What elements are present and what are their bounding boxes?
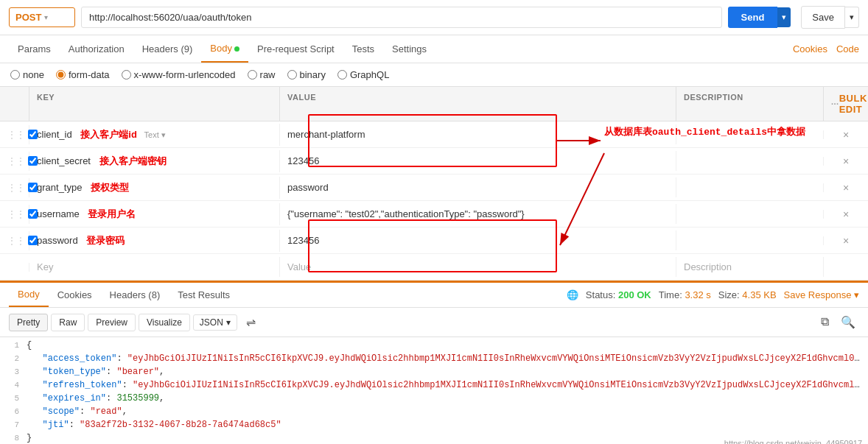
send-dropdown-button[interactable]: ▾ bbox=[777, 7, 791, 27]
format-chevron-icon: ▾ bbox=[226, 317, 231, 328]
type-badge-row1[interactable]: Text ▾ bbox=[144, 130, 166, 139]
response-section: Body Cookies Headers (8) Test Results 🌐 … bbox=[0, 281, 868, 444]
code-link[interactable]: Code bbox=[836, 43, 859, 54]
row1-delete[interactable]: × bbox=[824, 124, 868, 145]
send-button[interactable]: Send bbox=[728, 7, 778, 28]
url-input[interactable] bbox=[81, 7, 722, 28]
params-table-area: KEY VALUE DESCRIPTION ··· Bulk Edit ⋮⋮ c… bbox=[0, 87, 868, 281]
delete-icon-row2[interactable]: × bbox=[843, 155, 849, 167]
body-type-row: none form-data x-www-form-urlencoded raw… bbox=[0, 63, 868, 87]
row1-key: client_id 接入客户端id Text ▾ bbox=[29, 124, 280, 146]
save-response-button[interactable]: Save Response ▾ bbox=[784, 289, 859, 300]
size-badge: Size: 4.35 KB bbox=[718, 289, 777, 300]
url-bar: POST ▾ Send ▾ Save ▾ bbox=[0, 0, 868, 35]
row5-delete[interactable]: × bbox=[824, 230, 868, 251]
new-row-value[interactable]: Value bbox=[280, 257, 676, 277]
row5-check[interactable]: ⋮⋮ bbox=[0, 231, 29, 250]
tab-settings[interactable]: Settings bbox=[383, 36, 435, 62]
save-btn-group: Save ▾ bbox=[801, 6, 859, 29]
watermark: https://blog.csdn.net/weixin_44950917 bbox=[724, 439, 862, 444]
status-badge: Status: 200 OK bbox=[586, 289, 651, 300]
pretty-btn[interactable]: Pretty bbox=[9, 314, 48, 331]
more-icon[interactable]: ··· bbox=[831, 99, 839, 108]
time-value: 3.32 s bbox=[685, 289, 710, 300]
radio-graphql[interactable]: GraphQL bbox=[337, 69, 389, 80]
row4-key: username 登录用户名 bbox=[29, 203, 280, 225]
resp-tab-cookies[interactable]: Cookies bbox=[49, 283, 101, 306]
row4-check[interactable]: ⋮⋮ bbox=[0, 205, 29, 224]
resp-tab-headers[interactable]: Headers (8) bbox=[101, 283, 169, 306]
save-dropdown-button[interactable]: ▾ bbox=[845, 7, 859, 28]
key-hint-username: 登录用户名 bbox=[88, 208, 136, 219]
bulk-edit-button[interactable]: Bulk Edit bbox=[839, 93, 867, 115]
row2-value: 123456 bbox=[280, 151, 676, 171]
delete-icon-row1[interactable]: × bbox=[843, 129, 849, 141]
preview-btn[interactable]: Preview bbox=[88, 314, 136, 331]
drag-icon: ⋮⋮ bbox=[7, 156, 25, 166]
key-grant-type: grant_type bbox=[37, 182, 82, 193]
row5-key: password 登录密码 bbox=[29, 230, 280, 252]
row5-value: 123456 bbox=[280, 230, 676, 250]
radio-none[interactable]: none bbox=[10, 69, 44, 80]
request-tab-nav: Params Authorization Headers (9) Body Pr… bbox=[0, 35, 868, 63]
format-label: JSON bbox=[200, 317, 223, 328]
method-dropdown[interactable]: POST ▾ bbox=[9, 7, 75, 27]
code-line-6: 6 "scope": "read", bbox=[0, 406, 868, 420]
th-key: KEY bbox=[29, 87, 280, 121]
tab-body[interactable]: Body bbox=[201, 35, 248, 63]
format-dropdown[interactable]: JSON ▾ bbox=[193, 314, 237, 331]
method-chevron-icon: ▾ bbox=[44, 13, 48, 21]
row2-key: client_secret 接入客户端密钥 bbox=[29, 150, 280, 172]
response-tab-nav: Body Cookies Headers (8) Test Results 🌐 … bbox=[0, 281, 868, 308]
key-client-secret: client_secret bbox=[37, 155, 91, 166]
radio-raw[interactable]: raw bbox=[248, 69, 276, 80]
key-hint-client-secret: 接入客户端密钥 bbox=[99, 155, 167, 166]
new-row-description[interactable]: Description bbox=[676, 257, 824, 277]
table-row: ⋮⋮ username 登录用户名 {"username": "test02",… bbox=[0, 201, 868, 228]
tab-authorization[interactable]: Authorization bbox=[60, 36, 133, 62]
tab-tests[interactable]: Tests bbox=[343, 36, 383, 62]
row2-check[interactable]: ⋮⋮ bbox=[0, 152, 29, 171]
delete-icon-row5[interactable]: × bbox=[843, 235, 849, 247]
copy-button[interactable]: ⧉ bbox=[817, 314, 833, 331]
resp-tab-test-results[interactable]: Test Results bbox=[169, 283, 239, 306]
response-meta: 🌐 Status: 200 OK Time: 3.32 s Size: 4.35… bbox=[567, 289, 859, 300]
radio-formdata[interactable]: form-data bbox=[56, 69, 110, 80]
row2-delete[interactable]: × bbox=[824, 151, 868, 172]
row3-check[interactable]: ⋮⋮ bbox=[0, 178, 29, 197]
raw-btn[interactable]: Raw bbox=[51, 314, 85, 331]
resp-tab-body[interactable]: Body bbox=[9, 283, 49, 307]
tab-prerequest[interactable]: Pre-request Script bbox=[248, 36, 343, 62]
method-text: POST bbox=[15, 12, 41, 23]
cookies-link[interactable]: Cookies bbox=[793, 43, 827, 54]
new-row-key[interactable]: Key bbox=[29, 257, 280, 277]
tab-params[interactable]: Params bbox=[9, 36, 60, 62]
search-button[interactable]: 🔍 bbox=[837, 314, 859, 331]
key-username: username bbox=[37, 208, 80, 219]
delete-icon-row4[interactable]: × bbox=[843, 208, 849, 220]
radio-urlencoded[interactable]: x-www-form-urlencoded bbox=[122, 69, 236, 80]
new-row: Key Value Description bbox=[0, 254, 868, 281]
radio-binary[interactable]: binary bbox=[287, 69, 326, 80]
table-row: ⋮⋮ client_secret 接入客户端密钥 123456 × bbox=[0, 148, 868, 175]
globe-icon: 🌐 bbox=[567, 289, 578, 300]
view-options-bar: Pretty Raw Preview Visualize JSON ▾ ⇌ ⧉ … bbox=[0, 308, 868, 337]
row4-delete[interactable]: × bbox=[824, 204, 868, 225]
wrap-button[interactable]: ⇌ bbox=[240, 312, 262, 332]
row3-delete[interactable]: × bbox=[824, 177, 868, 198]
key-hint-client-id: 接入客户端id bbox=[80, 129, 137, 140]
delete-icon-row3[interactable]: × bbox=[843, 182, 849, 194]
code-line-7: 7 "jti": "83a2f72b-3132-4067-8b28-7a6474… bbox=[0, 420, 868, 433]
tab-headers[interactable]: Headers (9) bbox=[133, 36, 202, 62]
save-button[interactable]: Save bbox=[801, 6, 845, 29]
row1-check[interactable]: ⋮⋮ bbox=[0, 125, 29, 144]
size-value: 4.35 KB bbox=[742, 289, 776, 300]
table-row: ⋮⋮ password 登录密码 123456 × bbox=[0, 228, 868, 254]
key-password: password bbox=[37, 235, 78, 246]
code-line-5: 5 "expires_in": 31535999, bbox=[0, 393, 868, 406]
tab-right-actions: Cookies Code bbox=[793, 43, 859, 54]
drag-icon: ⋮⋮ bbox=[7, 209, 25, 219]
visualize-btn[interactable]: Visualize bbox=[139, 314, 190, 331]
code-line-1: 1 { bbox=[0, 340, 868, 353]
table-header: KEY VALUE DESCRIPTION ··· Bulk Edit bbox=[0, 87, 868, 121]
